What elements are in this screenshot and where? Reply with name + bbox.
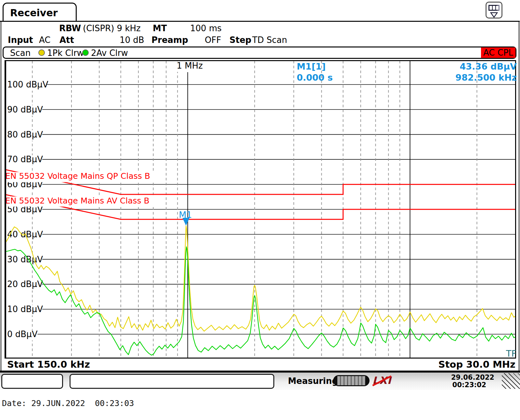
step-label: Step — [229, 35, 251, 45]
rbw-value: (CISPR) 9 kHz — [83, 23, 141, 33]
trace-1-peak-dot-icon — [38, 49, 45, 56]
trace-2-label: 2Av Clrw — [91, 48, 128, 58]
window-right-border — [519, 21, 519, 390]
preamp-value: OFF — [205, 35, 221, 45]
plot-label: EN 55032 Voltage Mains QP Class B — [5, 171, 150, 181]
att-value: 10 dB — [120, 35, 144, 45]
mt-label: MT — [153, 23, 167, 33]
plot-label: 20 dBµV — [7, 279, 43, 289]
input-label: Input — [8, 35, 33, 45]
softkey-slot-1 — [1, 374, 63, 389]
scan-bar: Scan 1Pk Clrw 2Av Clrw AC CPL — [3, 46, 516, 59]
resize-grip-icon — [502, 373, 520, 389]
marker-frequency: 982.500 kHz — [455, 72, 517, 83]
preamp-label: Preamp — [151, 35, 188, 45]
plot-label: 0 dBµV — [7, 329, 38, 339]
instrument-screen: Receiver RBW (CISPR) 9 kHz MT 100 ms Inp… — [0, 0, 520, 420]
input-value: AC — [39, 35, 50, 45]
stop-frequency-label: Stop 30.0 MHz — [438, 359, 515, 370]
plot-label: 80 dBµV — [7, 130, 43, 139]
header-divider — [0, 21, 520, 22]
plot-label: 10 dBµV — [7, 304, 43, 314]
print-date-line: Date: 29.JUN.2022 00:23:03 — [2, 399, 134, 408]
plot-label: 100 dBµV — [7, 80, 48, 89]
plot-label: 70 dBµV — [7, 154, 43, 164]
marker-time: 0.000 s — [297, 72, 333, 83]
tab-receiver-label: Receiver — [10, 7, 58, 19]
ac-coupling-badge: AC CPL — [481, 47, 515, 58]
spectrum-plot: 100 dBµV90 dBµV80 dBµV70 dBµV60 dBµV50 d… — [5, 60, 516, 359]
transducer-factor-label: TF — [506, 348, 516, 359]
plot-label: 90 dBµV — [7, 105, 43, 114]
rbw-label: RBW — [59, 23, 81, 33]
spectrum-plot-svg: 100 dBµV90 dBµV80 dBµV70 dBµV60 dBµV50 d… — [5, 60, 516, 359]
lxi-logo-icon: LXI — [372, 374, 393, 387]
marker-name: M1[1] — [297, 61, 326, 72]
start-frequency-label: Start 150.0 kHz — [7, 359, 90, 370]
marker-m1-label: M1 — [179, 210, 192, 220]
status-bar: Measuring... LXI 29.06.2022 00:23:02 — [0, 373, 520, 390]
trace-1-label: 1Pk Clrw — [47, 48, 84, 58]
status-date: 29.06.2022 — [451, 374, 488, 381]
plot-label: 30 dBµV — [7, 255, 43, 264]
mt-value: 100 ms — [190, 23, 222, 33]
att-label: Att — [59, 35, 74, 45]
trace-2-average-dot-icon — [82, 49, 89, 56]
plot-label: EN 55032 Voltage Mains AV Class B — [5, 196, 150, 205]
display-toolbar-icon — [488, 5, 500, 11]
marker-level: 43.36 dBµV — [460, 61, 517, 72]
progress-bar — [333, 375, 370, 386]
chevron-down-icon — [490, 12, 498, 18]
clock-readout: 29.06.2022 00:23:02 — [451, 374, 488, 389]
tab-receiver[interactable]: Receiver — [3, 3, 77, 21]
progress-segments — [337, 376, 365, 385]
softkey-slot-2 — [70, 374, 274, 389]
scan-title: Scan — [10, 48, 31, 58]
display-menu-button[interactable] — [486, 2, 502, 19]
step-value: TD Scan — [252, 35, 287, 45]
status-time: 00:23:02 — [451, 381, 488, 389]
window-left-border — [1, 21, 1, 390]
plot-label: 1 MHz — [177, 61, 203, 71]
